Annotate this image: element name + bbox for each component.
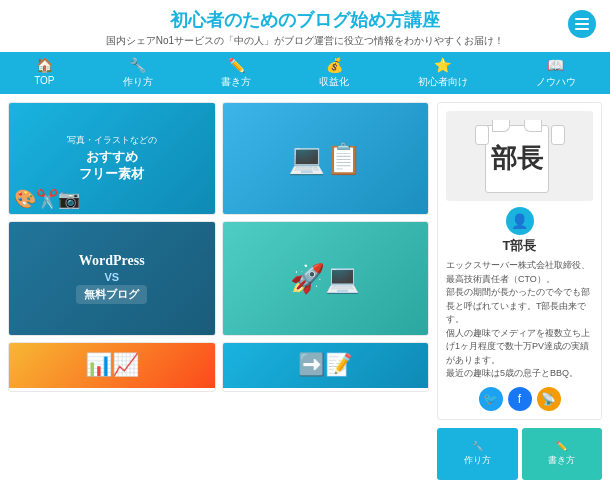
sidebar-card-write[interactable]: ✏️ 書き方: [522, 428, 603, 480]
menu-button[interactable]: [568, 10, 596, 38]
twitter-link[interactable]: 🐦: [479, 387, 503, 411]
article-card-5[interactable]: 📊📈: [8, 342, 216, 392]
nav-knowhow-label: ノウハウ: [536, 75, 576, 89]
nav-write[interactable]: ✏️ 書き方: [221, 57, 251, 89]
nav-beginner-label: 初心者向け: [418, 75, 468, 89]
card-thumb-3: WordPress VS 無料ブログ: [9, 222, 215, 335]
sidebar-category-cards: 🔧 作り方 ✏️ 書き方: [437, 428, 602, 480]
card-thumb-4: 🚀💻: [223, 222, 429, 335]
card-thumb-5: 📊📈: [9, 343, 215, 388]
nav-top-label: TOP: [34, 75, 54, 86]
profile-name: T部長: [446, 237, 593, 255]
nav-top[interactable]: 🏠 TOP: [34, 57, 54, 89]
main-nav: 🏠 TOP 🔧 作り方 ✏️ 書き方 💰 収益化 ⭐ 初心者向け 📖 ノウハウ: [0, 52, 610, 94]
main-content: 写真・イラストなどの おすすめフリー素材 🎨✂️📷 2020年5月15日 ノウハ…: [0, 94, 610, 488]
site-title: 初心者のためのブログ始め方講座: [0, 8, 610, 32]
header: 初心者のためのブログ始め方講座 国内シェアNo1サービスの「中の人」がブログ運営…: [0, 0, 610, 52]
make-icon: 🔧: [129, 57, 146, 73]
profile-icon-wrap: 👤: [446, 207, 593, 235]
menu-icon-line: [575, 28, 589, 30]
menu-icon-line: [575, 18, 589, 20]
article-card-1[interactable]: 写真・イラストなどの おすすめフリー素材 🎨✂️📷 2020年5月15日 ノウハ…: [8, 102, 216, 215]
article-card-2[interactable]: 💻📋 2020年5月15日 作り方 【初心者向け】WordPressブログを書き…: [222, 102, 430, 215]
rss-link[interactable]: 📡: [537, 387, 561, 411]
beginner-icon: ⭐: [434, 57, 451, 73]
nav-monetize-label: 収益化: [319, 75, 349, 89]
profile-avatar-icon: 👤: [506, 207, 534, 235]
article-card-6[interactable]: ➡️📝: [222, 342, 430, 392]
card-thumb-2: 💻📋: [223, 103, 429, 214]
card-grid-2: 📊📈 ➡️📝: [8, 342, 429, 392]
nav-make-label: 作り方: [123, 75, 153, 89]
sidebar-write-icon: ✏️: [556, 441, 567, 451]
nav-make[interactable]: 🔧 作り方: [123, 57, 153, 89]
write-icon: ✏️: [228, 57, 245, 73]
card-meta-3: 2020年5月13日 作り方: [9, 335, 215, 336]
profile-social-links: 🐦 f 📡: [446, 387, 593, 411]
monetize-icon: 💰: [326, 57, 343, 73]
site-subtitle: 国内シェアNo1サービスの「中の人」がブログ運営に役立つ情報をわかりやすくお届け…: [0, 34, 610, 48]
sidebar-card-make[interactable]: 🔧 作り方: [437, 428, 518, 480]
home-icon: 🏠: [36, 57, 53, 73]
facebook-link[interactable]: f: [508, 387, 532, 411]
sidebar-make-icon: 🔧: [472, 441, 483, 451]
article-card-4[interactable]: 🚀💻 2020年5月9日 作り方 【初心者でも安心】たった10分で出来るWord…: [222, 221, 430, 336]
card-meta-2: 2020年5月15日 作り方: [223, 214, 429, 215]
article-card-3[interactable]: WordPress VS 無料ブログ 2020年5月13日 作り方 WordPr…: [8, 221, 216, 336]
profile-card: 部長 👤 T部長 エックスサーバー株式会社取締役、最高技術責任者（CTO）。 部…: [437, 102, 602, 420]
nav-knowhow[interactable]: 📖 ノウハウ: [536, 57, 576, 89]
menu-icon-line: [575, 23, 589, 25]
nav-write-label: 書き方: [221, 75, 251, 89]
sidebar-write-label: 書き方: [548, 454, 575, 467]
card-meta-1: 2020年5月15日 ノウハウ: [9, 214, 215, 215]
sidebar: 部長 👤 T部長 エックスサーバー株式会社取締役、最高技術責任者（CTO）。 部…: [437, 102, 602, 480]
sidebar-make-label: 作り方: [464, 454, 491, 467]
nav-monetize[interactable]: 💰 収益化: [319, 57, 349, 89]
profile-image: 部長: [446, 111, 593, 201]
card-grid: 写真・イラストなどの おすすめフリー素材 🎨✂️📷 2020年5月15日 ノウハ…: [8, 102, 429, 336]
article-list: 写真・イラストなどの おすすめフリー素材 🎨✂️📷 2020年5月15日 ノウハ…: [8, 102, 429, 480]
card-meta-4: 2020年5月9日 作り方: [223, 335, 429, 336]
card-thumb-1: 写真・イラストなどの おすすめフリー素材 🎨✂️📷: [9, 103, 215, 214]
nav-beginner[interactable]: ⭐ 初心者向け: [418, 57, 468, 89]
profile-description: エックスサーバー株式会社取締役、最高技術責任者（CTO）。 部長の期間が長かった…: [446, 259, 593, 381]
card-thumb-6: ➡️📝: [223, 343, 429, 388]
knowhow-icon: 📖: [547, 57, 564, 73]
